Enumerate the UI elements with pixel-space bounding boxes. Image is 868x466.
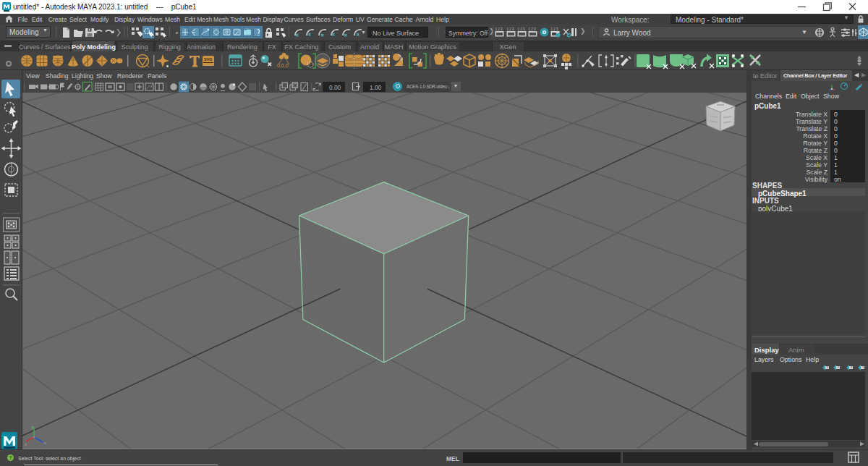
svg-text:x: x [44,441,46,445]
svg-text:SVG: SVG [204,57,213,62]
svg-text:1 2 3: 1 2 3 [529,27,537,31]
svg-text:z: z [25,442,27,446]
svg-text:1 2 3: 1 2 3 [495,27,503,31]
svg-text:1 2 3: 1 2 3 [551,27,559,31]
svg-text:1 2 3: 1 2 3 [518,27,526,31]
svg-text:y: y [31,425,33,429]
svg-text:1 2 3: 1 2 3 [507,27,515,31]
